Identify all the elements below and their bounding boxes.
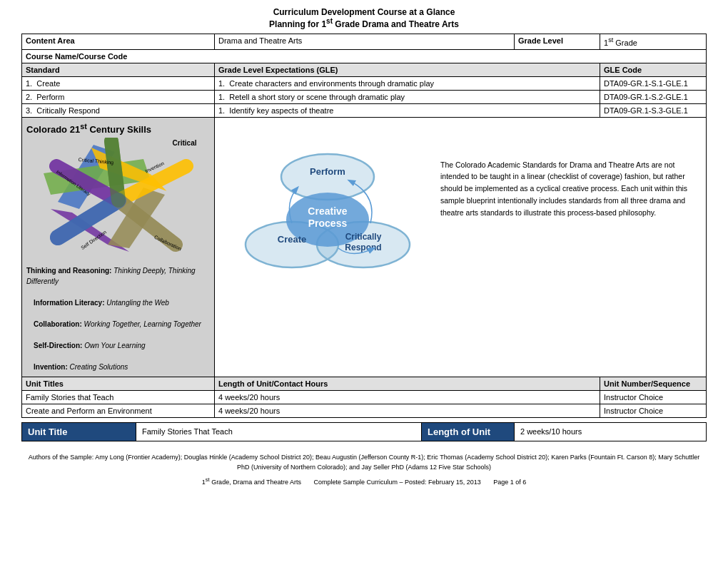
skills-title: Colorado 21st Century Skills [26,122,210,135]
standard-2-name: 2. Perform [22,90,215,103]
standard-header-row: Standard Grade Level Expectations (GLE) … [22,63,707,76]
svg-text:Perform: Perform [310,166,345,177]
process-svg: Perform Creative Process Create Critical… [221,123,435,302]
content-area-label: Content Area [22,34,215,50]
grade-level-value: 1st Grade [600,34,707,50]
process-description: The Colorado Academic Standards for Dram… [435,152,700,226]
svg-text:Respond: Respond [345,242,381,252]
page-header: Curriculum Development Course at a Glanc… [21,7,707,29]
course-name-row: Course Name/Course Code [22,49,707,63]
footer: Authors of the Sample: Amy Long (Frontie… [21,452,707,487]
unit-titles-header: Unit Titles [22,377,215,390]
unit-2-length: 4 weeks/20 hours [215,404,600,417]
svg-line-11 [111,141,118,200]
standard-1-code: DTA09-GR.1-S.1-GLE.1 [600,76,707,90]
footer-authors: Authors of the Sample: Amy Long (Frontie… [21,452,707,473]
unit-1-length: 4 weeks/20 hours [215,390,600,404]
unit-length-label: Length of Unit [422,422,515,441]
star-diagram-svg: Self Direction Critical Thinking Inventi… [36,138,201,262]
creative-process-cell: Perform Creative Process Create Critical… [215,117,707,377]
gle-code-header: GLE Code [600,63,707,76]
unit-header-row: Unit Titles Length of Unit/Contact Hours… [22,377,707,390]
footer-curriculum-info: Complete Sample Curriculum – Posted: Feb… [314,479,481,486]
unit-title-value: Family Stories That Teach [136,422,422,441]
content-area-value: Drama and Theatre Arts [215,34,515,50]
critical-label: Critical [173,139,197,147]
unit-number-header: Unit Number/Sequence [600,377,707,390]
skill-collaboration: Collaboration: Working Together, Learnin… [26,319,210,329]
footer-grade-info: 1st Grade, Drama and Theatre Arts [202,479,301,486]
svg-text:Create: Create [278,234,306,245]
gle-header: Grade Level Expectations (GLE) [215,63,600,76]
svg-text:Critically: Critically [345,232,382,242]
skills-descriptions: Thinking and Reasoning: Thinking Deeply,… [26,265,210,372]
svg-line-8 [118,200,176,245]
standard-2-gle: 1. Retell a short story or scene through… [215,90,600,103]
unit-length-header: Length of Unit/Contact Hours [215,377,600,390]
unit-2-sequence: Instructor Choice [600,404,707,417]
skills-cell: Colorado 21st Century Skills [22,117,215,377]
unit-1-sequence: Instructor Choice [600,390,707,404]
creative-process-diagram: Perform Creative Process Create Critical… [215,118,706,309]
main-content-row: Colorado 21st Century Skills [22,117,707,377]
svg-text:Self Direction: Self Direction [80,229,107,250]
standard-row-1: 1. Create 1. Create characters and envir… [22,76,707,90]
unit-length-value: 2 weeks/10 hours [515,422,707,441]
svg-line-10 [58,200,118,237]
standard-1-gle: 1. Create characters and environments th… [215,76,600,90]
standard-1-name: 1. Create [22,76,215,90]
footer-info-row: 1st Grade, Drama and Theatre Arts Comple… [21,476,707,487]
star-diagram: Self Direction Critical Thinking Inventi… [36,138,201,262]
page-title: Curriculum Development Course at a Glanc… [21,7,707,17]
standard-3-name: 3. Critically Respond [22,103,215,117]
course-name-label: Course Name/Course Code [22,49,707,63]
skill-info-literacy: Information Literacy: Untangling the Web [26,297,210,308]
unit-row-2: Create and Perform an Environment 4 week… [22,404,707,417]
svg-line-7 [118,166,186,200]
standard-header: Standard [22,63,215,76]
skill-invention: Invention: Creating Solutions [26,362,210,372]
standard-2-code: DTA09-GR.1-S.2-GLE.1 [600,90,707,103]
skill-thinking: Thinking and Reasoning: Thinking Deeply,… [26,265,210,287]
standard-3-gle: 1. Identify key aspects of theatre [215,103,600,117]
svg-text:Process: Process [308,218,348,229]
page-subtitle: Planning for 1st Grade Drama and Theatre… [21,17,707,29]
unit-detail-row: Unit Title Family Stories That Teach Len… [22,422,707,441]
process-svg-container: Perform Creative Process Create Critical… [221,123,435,303]
main-table: Content Area Drama and Theatre Arts Grad… [21,34,707,418]
unit-2-title: Create and Perform an Environment [22,404,215,417]
skill-self-direction: Self-Direction: Own Your Learning [26,340,210,351]
footer-page-info: Page 1 of 6 [493,479,526,486]
standard-row-2: 2. Perform 1. Retell a short story or sc… [22,90,707,103]
unit-title-label: Unit Title [22,422,136,441]
svg-text:Creative: Creative [308,205,347,217]
unit-detail-table: Unit Title Family Stories That Teach Len… [21,422,707,441]
standard-3-code: DTA09-GR.1-S.3-GLE.1 [600,103,707,117]
content-area-row: Content Area Drama and Theatre Arts Grad… [22,34,707,50]
unit-1-title: Family Stories that Teach [22,390,215,404]
unit-row-1: Family Stories that Teach 4 weeks/20 hou… [22,390,707,404]
standard-row-3: 3. Critically Respond 1. Identify key as… [22,103,707,117]
grade-level-label: Grade Level [515,34,600,50]
